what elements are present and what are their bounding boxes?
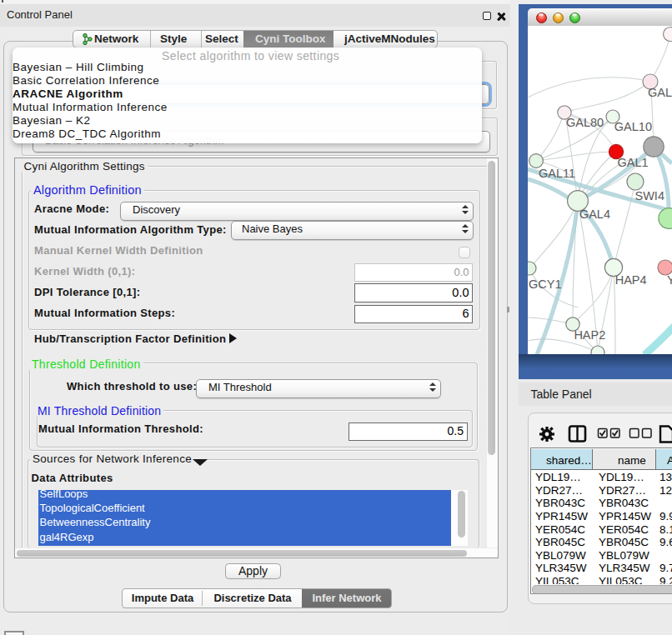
svg-text:SWI4: SWI4 xyxy=(635,189,664,202)
svg-text:Y: Y xyxy=(667,273,672,287)
svg-text:GAL: GAL xyxy=(648,86,672,99)
svg-text:GAL10: GAL10 xyxy=(614,120,652,133)
svg-text:HAP4: HAP4 xyxy=(615,273,647,287)
svg-text:GAL1: GAL1 xyxy=(618,156,649,169)
svg-text:GAL80: GAL80 xyxy=(566,116,604,129)
svg-text:GAL11: GAL11 xyxy=(539,167,575,180)
svg-text:GAL4: GAL4 xyxy=(579,208,610,221)
svg-text:GCY1: GCY1 xyxy=(529,278,562,291)
svg-text:HAP2: HAP2 xyxy=(574,328,605,342)
